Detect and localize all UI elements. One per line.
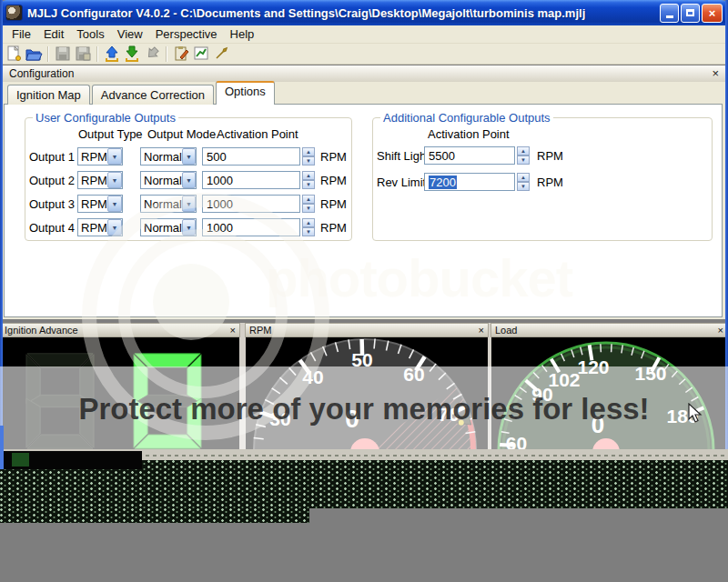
shift-light-activation-input[interactable]: 5500 <box>424 146 515 165</box>
output-2-mode-select[interactable]: Normal ▼ <box>140 171 197 189</box>
rpm-tick-label: 40 <box>302 366 323 387</box>
save-button[interactable] <box>53 45 73 63</box>
close-icon[interactable]: × <box>479 325 484 336</box>
seven-segment-digit-zero <box>128 350 207 452</box>
output-1-spinner[interactable]: ▲ ▼ <box>302 147 315 166</box>
spin-down-icon[interactable]: ▼ <box>517 182 530 191</box>
title-bar: MJLJ Configurator V4.0.2 - C:\Documents … <box>0 0 728 25</box>
ignition-advance-display <box>1 337 239 452</box>
tab-strip: Ignition Map Advance Correction Options <box>7 85 277 105</box>
output-4-activation-input[interactable]: 1000 <box>202 218 300 236</box>
menu-tools[interactable]: Tools <box>70 26 110 42</box>
menu-perspective[interactable]: Perspective <box>149 26 224 42</box>
rpm-tick-label: 50 <box>351 349 372 370</box>
spin-up-icon[interactable]: ▲ <box>302 147 315 156</box>
tools-button[interactable] <box>211 45 231 63</box>
new-file-button[interactable] <box>4 45 24 63</box>
spin-up-icon[interactable]: ▲ <box>302 218 315 227</box>
output-3-mode-select[interactable]: Normal ▼ <box>140 195 197 213</box>
configuration-close-icon[interactable]: × <box>712 66 719 80</box>
ignition-advance-header: Ignition Advance × <box>0 323 240 337</box>
rev-limit-activation-input[interactable]: 7200 <box>424 173 515 191</box>
chevron-down-icon[interactable]: ▼ <box>107 172 122 188</box>
shift-light-unit: RPM <box>537 149 563 163</box>
minimize-icon <box>666 15 673 18</box>
tab-ignition-map[interactable]: Ignition Map <box>7 85 90 105</box>
output-1-type-select[interactable]: RPM ▼ <box>77 147 123 166</box>
tab-options[interactable]: Options <box>216 81 275 105</box>
rev-limit-spinner[interactable]: ▲ ▼ <box>517 173 530 191</box>
sync-button[interactable] <box>142 45 162 63</box>
output-3-activation-input[interactable]: 1000 <box>202 195 300 213</box>
menu-edit[interactable]: Edit <box>37 26 70 42</box>
chart-icon <box>193 45 209 62</box>
spin-up-icon[interactable]: ▲ <box>517 146 530 156</box>
chevron-down-icon[interactable]: ▼ <box>182 219 196 236</box>
spin-up-icon[interactable]: ▲ <box>302 171 315 180</box>
output-4-mode-select[interactable]: Normal ▼ <box>140 218 197 236</box>
column-activation-point: Activation Point <box>217 127 298 141</box>
spin-up-icon[interactable]: ▲ <box>302 195 315 204</box>
panel-title: Load <box>495 325 517 336</box>
upload-config-button[interactable] <box>102 45 122 63</box>
minimize-button[interactable] <box>660 4 679 23</box>
output-3-type-select[interactable]: RPM ▼ <box>77 195 123 213</box>
spin-down-icon[interactable]: ▼ <box>302 227 315 236</box>
window-title: MJLJ Configurator V4.0.2 - C:\Documents … <box>27 6 660 20</box>
close-icon[interactable]: × <box>230 325 236 336</box>
configuration-panel: Configuration × Ignition Map Advance Cor… <box>2 65 726 319</box>
toolbar-separator <box>166 46 167 62</box>
download-config-button[interactable] <box>122 45 142 63</box>
menu-file[interactable]: File <box>5 26 37 42</box>
hatch-band-extension <box>0 508 309 523</box>
window-border-fragment <box>0 426 4 469</box>
configuration-header: Configuration × <box>2 65 726 82</box>
menu-help[interactable]: Help <box>224 26 261 42</box>
rpm-gauge-svg: 30 40 50 60 70 0 <box>246 337 488 452</box>
chevron-down-icon[interactable]: ▼ <box>107 196 122 212</box>
options-tab-content: User Configurable Outputs Output Type Ou… <box>4 104 723 317</box>
spin-down-icon[interactable]: ▼ <box>302 156 315 166</box>
menu-bar: File Edit Tools View Perspective Help <box>0 25 728 44</box>
chevron-down-icon[interactable]: ▼ <box>107 148 122 165</box>
menu-view[interactable]: View <box>111 26 149 42</box>
chevron-down-icon[interactable]: ▼ <box>107 219 122 236</box>
load-panel: Load × <box>490 323 728 452</box>
toolbar <box>0 44 728 65</box>
output-2-label: Output 2 <box>29 174 75 187</box>
output-2-spinner[interactable]: ▲ ▼ <box>302 171 315 189</box>
mouse-cursor <box>687 403 703 425</box>
column-output-type: Output Type <box>78 127 143 141</box>
tab-advance-correction[interactable]: Advance Correction <box>92 85 214 105</box>
graph-view-button[interactable] <box>191 45 211 63</box>
shift-light-label: Shift Light <box>377 149 430 163</box>
rpm-header: RPM × <box>245 323 489 337</box>
maximize-button[interactable] <box>681 4 700 23</box>
panel-title: Ignition Advance <box>5 325 78 336</box>
output-4-type-select[interactable]: RPM ▼ <box>77 218 123 236</box>
chevron-down-icon[interactable]: ▼ <box>182 148 196 165</box>
chevron-down-icon[interactable]: ▼ <box>182 196 196 212</box>
open-file-button[interactable] <box>24 45 44 63</box>
edit-report-button[interactable] <box>171 45 191 63</box>
additional-configurable-outputs-group: Additional Configurable Outputs Activati… <box>372 117 713 241</box>
save-as-button[interactable] <box>73 45 93 63</box>
output-1-activation-input[interactable]: 500 <box>202 147 300 166</box>
shift-light-spinner[interactable]: ▲ ▼ <box>517 146 530 165</box>
output-4-spinner[interactable]: ▲ ▼ <box>302 218 315 236</box>
output-1-mode-select[interactable]: Normal ▼ <box>140 147 197 166</box>
group-title: User Configurable Outputs <box>33 111 178 125</box>
output-4-unit: RPM <box>320 221 347 235</box>
close-icon[interactable]: × <box>718 325 723 336</box>
group-title: Additional Configurable Outputs <box>380 111 553 125</box>
output-2-type-select[interactable]: RPM ▼ <box>77 171 123 189</box>
spin-up-icon[interactable]: ▲ <box>517 173 530 182</box>
spin-down-icon[interactable]: ▼ <box>517 156 530 165</box>
output-3-unit: RPM <box>320 197 347 211</box>
spin-down-icon[interactable]: ▼ <box>302 204 315 213</box>
spin-down-icon[interactable]: ▼ <box>302 180 315 189</box>
output-3-spinner[interactable]: ▲ ▼ <box>302 195 315 213</box>
chevron-down-icon[interactable]: ▼ <box>182 172 196 188</box>
close-button[interactable]: × <box>702 4 723 23</box>
output-2-activation-input[interactable]: 1000 <box>202 171 300 189</box>
